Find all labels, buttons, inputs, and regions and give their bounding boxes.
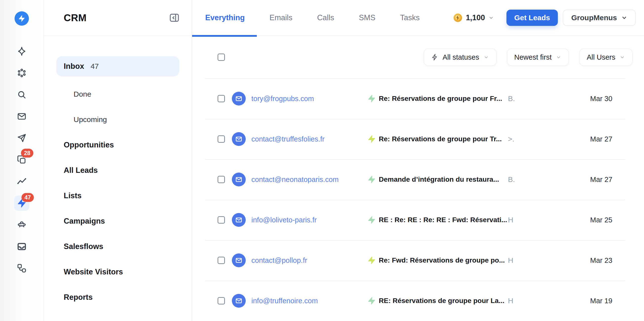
lightning-bolt-icon (18, 15, 26, 22)
sort-label: Newest first (514, 53, 552, 61)
credits-dropdown[interactable]: 1,100 (453, 13, 494, 22)
email-row[interactable]: info@truffenoire.com RE: Réservations de… (192, 281, 644, 321)
collapse-panel-icon (169, 12, 180, 23)
email-address-link[interactable]: contact@pollop.fr (252, 256, 368, 265)
tab-sms[interactable]: SMS (359, 13, 375, 22)
page-title: CRM (64, 12, 87, 23)
user-filter-dropdown[interactable]: All Users (579, 49, 633, 66)
email-subject: Re: Réservations de groupe pour Fr... (379, 95, 508, 103)
envelope-icon (235, 95, 242, 102)
row-checkbox[interactable] (218, 135, 225, 143)
topbar-actions: 1,100 Get Leads GroupMenus (453, 10, 636, 26)
owner-initials: H (508, 297, 525, 305)
search-icon[interactable] (14, 87, 30, 102)
email-row[interactable]: contact@neonatoparis.com Demande d’intég… (192, 159, 644, 200)
chevron-down-icon (621, 14, 628, 21)
icon-rail: 28 47 (0, 0, 44, 321)
email-row[interactable]: contact@pollop.fr Re: Fwd: Réservations … (192, 240, 644, 281)
sidebar-item-campaigns[interactable]: Campaigns (44, 208, 192, 234)
inbox-label: Inbox (64, 62, 84, 71)
sidebar-item-upcoming[interactable]: Upcoming (44, 107, 192, 132)
chevron-down-icon (619, 54, 625, 60)
sidebar-item-done[interactable]: Done (44, 81, 192, 107)
email-subject: Demande d’intégration du restaura... (379, 175, 508, 183)
envelope-icon (235, 257, 242, 264)
email-avatar (232, 132, 246, 146)
group-menu-label: GroupMenus (572, 13, 617, 22)
sidebar-item-reports[interactable]: Reports (44, 285, 192, 310)
crm-app: 28 47 CRM (0, 0, 644, 321)
rail-nav: 28 47 (0, 40, 44, 279)
row-checkbox[interactable] (218, 257, 225, 264)
activity-icon[interactable] (14, 174, 30, 189)
tab-everything[interactable]: Everything (205, 13, 245, 22)
sidebar-item-all-leads[interactable]: All Leads (44, 158, 192, 183)
apps-icon[interactable] (14, 65, 30, 81)
sidebar-item-opportunities[interactable]: Opportunities (44, 132, 192, 158)
status-bolt-icon (368, 296, 376, 306)
email-avatar (232, 92, 246, 106)
sidebar: CRM Inbox 47 Done Upcoming Opportunities… (44, 0, 192, 321)
email-address-link[interactable]: info@truffenoire.com (252, 297, 368, 305)
lightning-outline-icon (431, 53, 438, 61)
sidebar-item-salesflows[interactable]: Salesflows (44, 234, 192, 259)
select-all-checkbox[interactable] (218, 53, 225, 61)
email-subject: Re: Réservations de groupe pour Tr... (379, 135, 508, 143)
envelope-icon (235, 297, 242, 305)
email-address-link[interactable]: info@loliveto-paris.fr (252, 216, 368, 224)
mail-icon[interactable] (14, 109, 30, 124)
owner-initials: >. (508, 135, 525, 143)
inbox-tray-icon[interactable] (14, 239, 30, 254)
email-avatar (232, 253, 246, 267)
inbox-list: tory@frogpubs.com Re: Réservations de gr… (192, 78, 644, 321)
sidebar-item-lists[interactable]: Lists (44, 183, 192, 208)
collapse-sidebar-button[interactable] (169, 12, 180, 23)
status-filter-dropdown[interactable]: All statuses (424, 49, 496, 66)
owner-initials: B. (508, 94, 525, 103)
envelope-icon (235, 135, 242, 143)
lightning-nav-icon[interactable]: 47 (14, 195, 30, 211)
credits-count: 1,100 (466, 13, 485, 22)
email-date: Mar 27 (590, 135, 612, 143)
sort-dropdown[interactable]: Newest first (507, 49, 569, 66)
workflow-icon[interactable] (14, 261, 30, 276)
email-avatar (232, 172, 246, 186)
user-filter-label: All Users (587, 53, 615, 61)
email-date: Mar 27 (590, 175, 612, 184)
email-subject: Re: Fwd: Réservations de groupe po... (379, 256, 508, 264)
envelope-icon (235, 216, 242, 224)
email-row[interactable]: tory@frogpubs.com Re: Réservations de gr… (192, 78, 644, 119)
email-address-link[interactable]: contact@truffesfolies.fr (252, 135, 368, 143)
duplicates-icon[interactable]: 28 (14, 152, 30, 167)
row-checkbox[interactable] (218, 95, 225, 102)
sidebar-item-website-visitors[interactable]: Website Visitors (44, 259, 192, 285)
tab-tasks[interactable]: Tasks (400, 13, 420, 22)
status-filter-label: All statuses (442, 53, 479, 61)
send-icon[interactable] (14, 130, 30, 146)
content-tabs: Everything Emails Calls SMS Tasks (205, 13, 420, 22)
ufo-icon[interactable] (14, 217, 30, 232)
row-checkbox[interactable] (218, 297, 225, 305)
tab-calls[interactable]: Calls (317, 13, 334, 22)
email-address-link[interactable]: tory@frogpubs.com (252, 95, 368, 103)
email-avatar (232, 213, 246, 227)
row-checkbox[interactable] (218, 216, 225, 224)
app-logo[interactable] (14, 11, 29, 26)
sidebar-header: CRM (44, 0, 192, 36)
sidebar-item-inbox[interactable]: Inbox 47 (56, 56, 179, 76)
email-row[interactable]: contact@truffesfolies.fr Re: Réservation… (192, 119, 644, 159)
status-bolt-icon (368, 174, 376, 184)
email-date: Mar 30 (590, 95, 612, 103)
email-subject: RE: Réservations de groupe pour La... (379, 297, 508, 305)
chevron-down-icon (488, 15, 494, 21)
group-menu-dropdown[interactable]: GroupMenus (563, 10, 636, 26)
email-row[interactable]: info@loliveto-paris.fr RE : Re: RE : Re:… (192, 200, 644, 240)
get-leads-button[interactable]: Get Leads (506, 10, 558, 26)
status-bolt-icon (368, 215, 376, 225)
tab-emails[interactable]: Emails (270, 13, 292, 22)
email-address-link[interactable]: contact@neonatoparis.com (252, 175, 368, 184)
row-checkbox[interactable] (218, 176, 225, 183)
duplicates-badge: 28 (21, 149, 33, 158)
sparkle-icon[interactable] (14, 44, 30, 59)
status-bolt-icon (368, 255, 376, 265)
